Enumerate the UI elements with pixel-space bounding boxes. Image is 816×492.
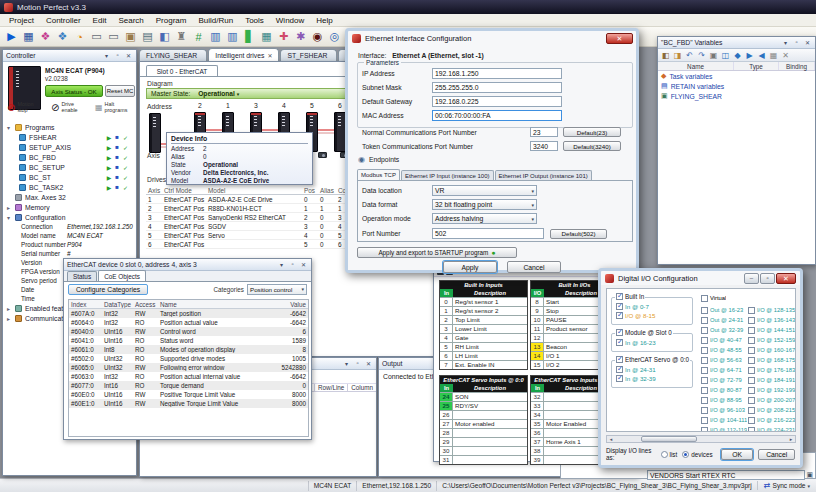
scroll-left-icon[interactable]: ◂ (607, 436, 615, 442)
toolbar-icon[interactable]: ❖ (55, 29, 70, 44)
field-input[interactable]: 255.255.255.0 (432, 82, 562, 93)
io-number[interactable]: 8 (531, 298, 544, 306)
scrollbar-thumb[interactable] (641, 436, 697, 442)
port-number-input[interactable]: 502 (432, 228, 544, 239)
variables-toolbar-icon[interactable]: ▦ (768, 51, 779, 60)
io-row[interactable]: 0 Reg/st sensor 1 (440, 297, 527, 306)
io-number[interactable]: 28 (440, 429, 453, 437)
io-range-option[interactable]: I/O @ 152-159 (748, 335, 796, 345)
io-number[interactable]: 15 (531, 361, 544, 369)
menu-item[interactable]: Tools (239, 16, 270, 25)
io-row[interactable]: 4 Gate (440, 333, 527, 342)
terminal-input[interactable]: VENDORS Start RTEX RTC (647, 470, 805, 480)
io-number[interactable]: 25 (440, 402, 453, 410)
variables-toolbar-icon[interactable]: ▶ (744, 51, 755, 60)
io-range-option[interactable]: Out @ 32-39 (701, 325, 747, 335)
tree-item-programs[interactable]: ▾ Programs (7, 122, 134, 132)
variables-toolbar-icon[interactable]: ↶ (684, 51, 695, 60)
drive-image[interactable] (149, 113, 161, 153)
variables-toolbar-icon[interactable]: ✕ (780, 51, 791, 60)
configure-categories-button[interactable]: Configure Categories (68, 284, 148, 295)
endpoints-toggle[interactable]: ◉ Endpoints (358, 155, 399, 164)
io-range-option[interactable]: In @ 0-7 (612, 302, 692, 311)
menu-item[interactable]: Controller (40, 16, 87, 25)
menu-item[interactable]: Build/Run (192, 16, 239, 25)
io-row[interactable]: 2 Top Limit (440, 315, 527, 324)
io-range-option[interactable]: I/O @ 64-71 (701, 365, 747, 375)
tree-item-memory[interactable]: ▸ Memory (7, 202, 134, 212)
io-range-option[interactable]: I/O @ 96-103 (701, 405, 747, 415)
field-input[interactable]: 00:06:70:00:00:FA (432, 110, 562, 121)
axis-camera-icon[interactable] (318, 152, 327, 158)
expand-icon[interactable]: ▸ (7, 315, 15, 322)
io-range-option[interactable]: I/O @ 128-135 (748, 305, 796, 315)
cancel-button[interactable]: Cancel (507, 261, 561, 273)
toolbar-icon[interactable]: ▭ (89, 29, 104, 44)
panel-menu-icon[interactable]: ▾ (342, 360, 351, 367)
io-number[interactable]: 3 (440, 325, 453, 333)
toolbar-icon[interactable]: ✚ (276, 29, 291, 44)
expand-icon[interactable]: ▸ (7, 204, 15, 211)
toolbar-icon[interactable]: ▥ (208, 29, 223, 44)
io-row[interactable]: 7 Ext. Enable IN (440, 360, 527, 369)
io-number[interactable]: 10 (531, 316, 544, 324)
column-name[interactable]: Name (658, 62, 734, 70)
coe-object-row[interactable]: #6502:0 UInt32 RO Supported drive modes … (69, 354, 308, 363)
variables-toolbar-icon[interactable]: ◨ (672, 51, 683, 60)
panel-float-icon[interactable]: ▫ (288, 261, 297, 268)
coe-tab[interactable]: Status (67, 271, 97, 281)
field-input[interactable]: 192.168.0.225 (432, 96, 562, 107)
coe-object-row[interactable]: #6065:0 UInt32 RW Following error window… (69, 363, 308, 372)
io-number[interactable]: 31 (440, 456, 453, 464)
document-tab[interactable]: ST_FSHEAR (280, 49, 337, 61)
endpoint-tab[interactable]: Ethernet IP Input (instance 100) (401, 170, 494, 180)
menu-item[interactable]: Window (270, 16, 310, 25)
io-number[interactable]: 33 (531, 402, 544, 410)
terminal-send-icon[interactable]: ▣ (806, 471, 813, 479)
panel-close-icon[interactable]: ✕ (803, 39, 812, 46)
expand-icon[interactable]: ▸ (7, 305, 15, 312)
io-number[interactable]: 27 (440, 420, 453, 428)
io-number[interactable]: 0 (440, 298, 453, 306)
devices-radio[interactable]: devices (682, 451, 712, 458)
scroll-right-icon[interactable]: ▸ (787, 436, 795, 442)
io-number[interactable]: 24 (440, 393, 453, 401)
port-default-button[interactable]: Default(3240) (563, 141, 621, 151)
io-number[interactable]: 37 (531, 438, 544, 446)
coe-object-row[interactable]: #607A:0 Int32 RW Target position -6642 (69, 309, 308, 318)
io-range-option[interactable]: I/O @ 216-223 (748, 415, 796, 425)
run-icon[interactable]: ▶ (107, 154, 112, 161)
endpoint-tab[interactable]: Ethernet IP Output (instance 101) (495, 170, 592, 180)
tab-close-icon[interactable]: ✕ (267, 52, 272, 59)
io-range-option[interactable]: I/O @ 192-199 (748, 385, 796, 395)
checkbox[interactable] (616, 293, 623, 300)
port-input[interactable]: 3240 (530, 141, 558, 151)
motion-stop-button[interactable]: ⊘ Motionstop (7, 102, 34, 114)
stop-icon[interactable]: ■ (115, 184, 119, 191)
run-icon[interactable]: ▶ (107, 144, 112, 151)
checkbox[interactable] (616, 329, 623, 336)
checkbox[interactable] (616, 356, 623, 363)
io-row[interactable]: 31 (440, 455, 527, 464)
io-range-option[interactable]: I/O @ 136-143 (748, 315, 796, 325)
io-range-option[interactable]: Out @ 24-31 (701, 315, 747, 325)
apply-button[interactable]: Apply (443, 261, 497, 273)
io-number[interactable]: 2 (440, 316, 453, 324)
coe-tab[interactable]: CoE Objects (98, 270, 146, 281)
select-input[interactable]: Address halving ▾ (432, 213, 537, 224)
variables-toolbar-icon[interactable]: ◀ (756, 51, 767, 60)
stop-icon[interactable]: ■ (115, 134, 119, 141)
panel-close-icon[interactable]: ✕ (364, 360, 373, 367)
run-icon[interactable]: ▶ (107, 174, 112, 181)
variables-toolbar-icon[interactable]: ◆ (732, 51, 743, 60)
io-range-option[interactable]: I/O @ 104-111 (701, 415, 747, 425)
column-binding[interactable]: Binding (779, 62, 815, 70)
tree-item-program[interactable]: BC_TASK2 ▶ ■ ✓ (7, 182, 134, 192)
stop-icon[interactable]: ■ (115, 144, 119, 151)
io-row[interactable]: 1 Reg/st sensor 2 (440, 306, 527, 315)
stop-icon[interactable]: ■ (115, 164, 119, 171)
variables-toolbar-icon[interactable]: ↷ (696, 51, 707, 60)
collapse-icon[interactable]: ▾ (7, 124, 15, 131)
io-number[interactable]: 34 (531, 411, 544, 419)
close-button[interactable]: ✕ (776, 273, 796, 284)
